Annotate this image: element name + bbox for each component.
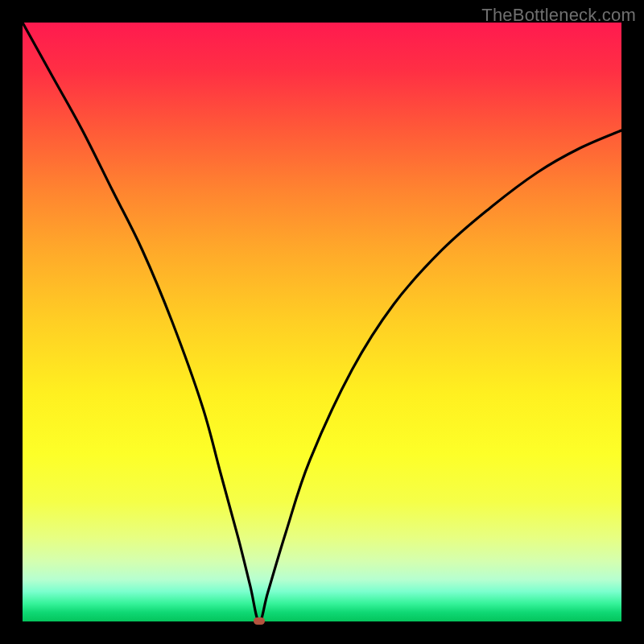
optimal-marker xyxy=(254,617,265,625)
gradient-plot-area xyxy=(23,23,621,621)
chart-frame: TheBottleneck.com xyxy=(0,0,644,644)
bottleneck-curve xyxy=(23,23,621,621)
